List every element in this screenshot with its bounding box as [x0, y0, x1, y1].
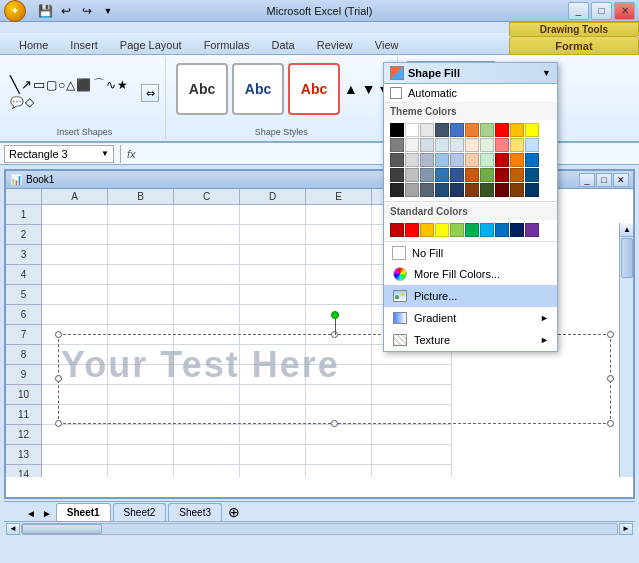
- triangle-icon[interactable]: △: [66, 78, 75, 92]
- row-8[interactable]: 8: [6, 345, 42, 365]
- row-11[interactable]: 11: [6, 405, 42, 425]
- theme-swatch[interactable]: [465, 168, 479, 182]
- theme-swatch[interactable]: [450, 123, 464, 137]
- automatic-checkbox[interactable]: [390, 87, 402, 99]
- rounded-rect-icon[interactable]: ▢: [46, 78, 57, 92]
- theme-swatch[interactable]: [465, 153, 479, 167]
- sheet-tab-1[interactable]: Sheet1: [56, 503, 111, 521]
- workbook-close[interactable]: ✕: [613, 173, 629, 187]
- col-header-e[interactable]: E: [306, 189, 372, 205]
- theme-swatch[interactable]: [495, 183, 509, 197]
- row-12[interactable]: 12: [6, 425, 42, 445]
- row-13[interactable]: 13: [6, 445, 42, 465]
- theme-swatch[interactable]: [420, 168, 434, 182]
- theme-swatch[interactable]: [495, 123, 509, 137]
- std-swatch[interactable]: [450, 223, 464, 237]
- theme-swatch[interactable]: [480, 183, 494, 197]
- theme-swatch[interactable]: [465, 123, 479, 137]
- style-box-1[interactable]: Abc: [176, 63, 228, 115]
- scrollbar-up[interactable]: ▲: [620, 223, 633, 237]
- horizontal-scrollbar[interactable]: ◄ ►: [4, 521, 635, 535]
- customize-button[interactable]: ▼: [99, 2, 117, 20]
- automatic-row[interactable]: Automatic: [384, 84, 557, 103]
- theme-swatch[interactable]: [510, 153, 524, 167]
- workbook-restore[interactable]: □: [596, 173, 612, 187]
- curve-icon[interactable]: ⌒: [93, 76, 105, 93]
- tab-format[interactable]: Format: [509, 36, 639, 55]
- theme-swatch[interactable]: [390, 168, 404, 182]
- theme-swatch[interactable]: [510, 183, 524, 197]
- callout-icon[interactable]: 💬: [10, 96, 24, 109]
- std-swatch[interactable]: [390, 223, 404, 237]
- scrollbar-thumb[interactable]: [621, 238, 633, 278]
- theme-swatch[interactable]: [480, 153, 494, 167]
- tab-home[interactable]: Home: [8, 35, 59, 54]
- row-9[interactable]: 9: [6, 365, 42, 385]
- tab-review[interactable]: Review: [306, 35, 364, 54]
- tab-formulas[interactable]: Formulas: [193, 35, 261, 54]
- row-6[interactable]: 6: [6, 305, 42, 325]
- resize-handle[interactable]: ⇔: [141, 84, 159, 102]
- undo-button[interactable]: ↩: [57, 2, 75, 20]
- theme-swatch[interactable]: [510, 138, 524, 152]
- theme-swatch[interactable]: [495, 168, 509, 182]
- row-3[interactable]: 3: [6, 245, 42, 265]
- oval-icon[interactable]: ○: [58, 78, 65, 92]
- theme-swatch[interactable]: [525, 168, 539, 182]
- theme-swatch[interactable]: [435, 183, 449, 197]
- theme-swatch[interactable]: [495, 138, 509, 152]
- row-14[interactable]: 14: [6, 465, 42, 477]
- theme-swatch[interactable]: [390, 138, 404, 152]
- col-header-c[interactable]: C: [174, 189, 240, 205]
- style-scroll-up[interactable]: ▲: [344, 81, 358, 97]
- theme-swatch[interactable]: [435, 153, 449, 167]
- col-header-b[interactable]: B: [108, 189, 174, 205]
- std-swatch[interactable]: [435, 223, 449, 237]
- theme-swatch[interactable]: [480, 168, 494, 182]
- row-4[interactable]: 4: [6, 265, 42, 285]
- freeform-icon[interactable]: ∿: [106, 78, 116, 92]
- sheet-tab-2[interactable]: Sheet2: [113, 503, 167, 521]
- theme-swatch[interactable]: [450, 168, 464, 182]
- theme-swatch[interactable]: [420, 183, 434, 197]
- name-box-arrow[interactable]: ▼: [101, 149, 109, 158]
- theme-swatch[interactable]: [405, 168, 419, 182]
- std-swatch[interactable]: [510, 223, 524, 237]
- texture-item[interactable]: Texture ►: [384, 329, 557, 351]
- restore-button[interactable]: □: [591, 2, 612, 20]
- style-scroll-down[interactable]: ▼: [362, 81, 376, 97]
- close-button[interactable]: ✕: [614, 2, 635, 20]
- vertical-scrollbar[interactable]: ▲ ▼: [619, 223, 633, 477]
- tab-nav-prev[interactable]: ◄: [24, 506, 38, 521]
- std-swatch[interactable]: [480, 223, 494, 237]
- line-icon[interactable]: ╲: [10, 75, 20, 94]
- theme-swatch[interactable]: [420, 123, 434, 137]
- cell-a1[interactable]: [42, 205, 108, 225]
- no-fill-item[interactable]: No Fill: [384, 243, 557, 263]
- theme-swatch[interactable]: [420, 138, 434, 152]
- theme-swatch[interactable]: [465, 138, 479, 152]
- theme-swatch[interactable]: [405, 138, 419, 152]
- col-header-a[interactable]: A: [42, 189, 108, 205]
- theme-swatch[interactable]: [510, 123, 524, 137]
- theme-swatch[interactable]: [450, 138, 464, 152]
- theme-swatch[interactable]: [450, 153, 464, 167]
- theme-swatch[interactable]: [390, 153, 404, 167]
- row-5[interactable]: 5: [6, 285, 42, 305]
- save-button[interactable]: 💾: [36, 2, 54, 20]
- gradient-item[interactable]: Gradient ►: [384, 307, 557, 329]
- hscroll-thumb[interactable]: [22, 524, 102, 534]
- redo-button[interactable]: ↪: [78, 2, 96, 20]
- tab-page-layout[interactable]: Page Layout: [109, 35, 193, 54]
- star-icon[interactable]: ★: [117, 78, 128, 92]
- style-box-3[interactable]: Abc: [288, 63, 340, 115]
- theme-swatch[interactable]: [450, 183, 464, 197]
- theme-swatch[interactable]: [525, 138, 539, 152]
- tab-insert[interactable]: Insert: [59, 35, 109, 54]
- theme-swatch[interactable]: [435, 123, 449, 137]
- hscroll-right[interactable]: ►: [619, 523, 633, 535]
- theme-swatch[interactable]: [525, 153, 539, 167]
- office-orb[interactable]: ✦: [4, 0, 26, 22]
- theme-swatch[interactable]: [405, 153, 419, 167]
- sheet-tab-insert[interactable]: ⊕: [224, 503, 244, 521]
